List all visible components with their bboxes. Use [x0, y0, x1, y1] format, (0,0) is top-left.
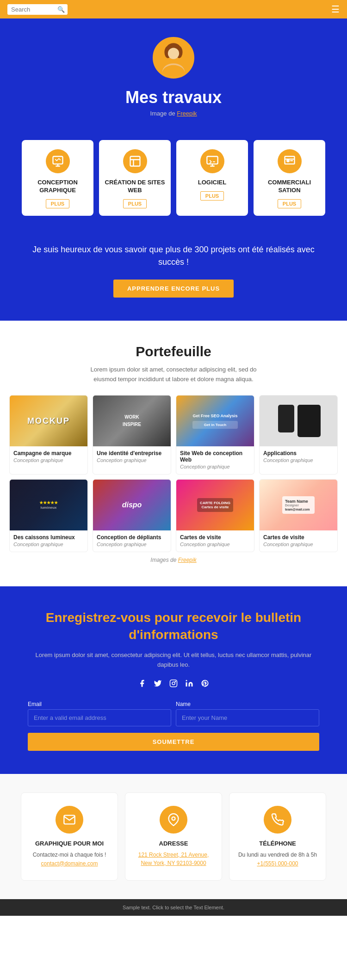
list-item[interactable]: Get Free SEO Analysis Get in Touch Site … — [176, 395, 254, 475]
graphique-icon — [46, 149, 70, 173]
portfolio-item-category: Conception graphique — [13, 457, 84, 463]
hamburger-menu-icon[interactable]: ☰ — [331, 4, 340, 15]
contact-graphique-info: Contactez-moi à chaque fois ! — [29, 851, 110, 859]
portfolio-image: Team Name Designer team@mail.com — [260, 480, 337, 530]
portfolio-item-info: Campagne de marque Conception graphique — [10, 446, 87, 468]
service-title-commercialisation: COMMERCIALI SATION — [259, 179, 320, 195]
portfolio-item-info: Des caissons lumineux Conception graphiq… — [10, 530, 87, 552]
portfolio-item-category: Conception graphique — [13, 542, 84, 547]
svg-rect-10 — [207, 157, 217, 164]
phone-contact-icon — [264, 806, 291, 834]
newsletter-description: Lorem ipsum dolor sit amet, consectetur … — [28, 651, 319, 670]
list-item[interactable]: Applications Conception graphique — [259, 395, 338, 475]
contact-graphique-title: GRAPHIQUE POUR MOI — [29, 840, 110, 847]
portfolio-item-title: Conception de dépliants — [97, 534, 167, 541]
freepik-link[interactable]: Freepik — [177, 110, 197, 117]
list-item[interactable]: WORKINSPIRE Une identité d'entreprise Co… — [93, 395, 171, 475]
social-icons-row — [28, 679, 319, 690]
logiciel-icon — [200, 149, 224, 173]
hero-section: Mes travaux Image de Freepik — [0, 18, 347, 140]
name-label: Name — [176, 701, 319, 707]
service-card-commercialisation: COMMERCIALI SATION PLUS — [254, 140, 325, 216]
portfolio-item-title: Campagne de marque — [13, 450, 84, 457]
header: 🔍 ☰ — [0, 0, 347, 18]
portfolio-item-category: Conception graphique — [263, 542, 334, 547]
instagram-icon[interactable] — [169, 679, 178, 690]
service-card-web: CRÉATION DE SITES WEB PLUS — [99, 140, 171, 216]
contact-address-info: 121 Rock Street, 21 Avenue, New York, NY… — [133, 851, 214, 867]
contact-email-link[interactable]: contact@domaine.com — [41, 860, 98, 867]
newsletter-form-row: Email Name — [28, 701, 319, 726]
linkedin-icon[interactable] — [185, 679, 193, 690]
contact-section: GRAPHIQUE POUR MOI Contactez-moi à chaqu… — [0, 774, 347, 899]
portfolio-item-title: Une identité d'entreprise — [97, 450, 167, 457]
portfolio-image: ★★★★★lumineux — [10, 480, 87, 530]
newsletter-section: Enregistrez-vous pour recevoir le bullet… — [0, 586, 347, 773]
list-item[interactable]: dispo Conception de dépliants Conception… — [93, 479, 171, 552]
portfolio-item-info: Applications Conception graphique — [260, 446, 337, 468]
search-box[interactable]: 🔍 — [7, 4, 68, 15]
email-label: Email — [28, 701, 171, 707]
email-input[interactable] — [28, 709, 171, 726]
service-card-logiciel: LOGICIEL PLUS — [176, 140, 248, 216]
portfolio-title: Portefeuille — [9, 344, 338, 359]
portfolio-item-title: Cartes de visite — [263, 534, 334, 541]
portfolio-item-category: Conception graphique — [180, 464, 250, 469]
list-item[interactable]: ★★★★★lumineux Des caissons lumineux Conc… — [9, 479, 88, 552]
svg-rect-12 — [285, 157, 294, 164]
plus-link-web[interactable]: PLUS — [123, 199, 147, 208]
submit-button[interactable]: SOUMETTRE — [28, 733, 319, 751]
freepik-portfolio-link[interactable]: Freepik — [178, 557, 197, 563]
email-field-container: Email — [28, 701, 171, 726]
portfolio-description: Lorem ipsum dolor sit amet, consectetur … — [81, 365, 266, 384]
list-item[interactable]: MOCKUP Campagne de marque Conception gra… — [9, 395, 88, 475]
promo-section: Je suis heureux de vous savoir que plus … — [0, 234, 347, 321]
portfolio-item-info: Cartes de visite Conception graphique — [260, 530, 337, 552]
svg-point-6 — [168, 48, 179, 59]
portfolio-image — [260, 396, 337, 446]
address-contact-icon — [160, 806, 187, 834]
search-icon: 🔍 — [57, 6, 65, 13]
web-icon — [123, 149, 147, 173]
hero-title: Mes travaux — [9, 88, 338, 107]
portfolio-item-info: Site Web de conception Web Conception gr… — [176, 446, 254, 474]
twitter-icon[interactable] — [154, 679, 162, 690]
portfolio-item-info: Conception de dépliants Conception graph… — [93, 530, 171, 552]
contact-phone-link[interactable]: +1(555) 000-000 — [257, 860, 298, 867]
hero-subtitle: Image de Freepik — [9, 110, 338, 117]
service-title-graphique: CONCEPTION GRAPHIQUE — [27, 179, 88, 195]
portfolio-image: dispo — [93, 480, 171, 530]
portfolio-image: WORKINSPIRE — [93, 396, 171, 446]
contact-address-title: ADRESSE — [133, 840, 214, 847]
promo-button[interactable]: APPRENDRE ENCORE PLUS — [113, 280, 234, 298]
plus-link-commercialisation[interactable]: PLUS — [278, 199, 301, 208]
svg-point-15 — [172, 682, 175, 685]
contact-card-graphique: GRAPHIQUE POUR MOI Contactez-moi à chaqu… — [21, 792, 118, 881]
portfolio-image: Get Free SEO Analysis Get in Touch — [176, 396, 254, 446]
portfolio-item-info: Cartes de visite Conception graphique — [176, 530, 254, 552]
address-line1: 121 Rock Street, 21 Avenue, — [138, 852, 209, 858]
service-title-web: CRÉATION DE SITES WEB — [105, 179, 165, 195]
portfolio-item-title: Des caissons lumineux — [13, 534, 84, 541]
services-section: CONCEPTION GRAPHIQUE PLUS CRÉATION DE SI… — [0, 140, 347, 234]
portfolio-item-info: Une identité d'entreprise Conception gra… — [93, 446, 171, 468]
contact-phone-title: TÉLÉPHONE — [237, 840, 318, 847]
portfolio-credits: Images de Freepik — [9, 557, 338, 563]
contact-card-address: ADRESSE 121 Rock Street, 21 Avenue, New … — [125, 792, 222, 881]
plus-link-logiciel[interactable]: PLUS — [200, 191, 224, 201]
portfolio-item-category: Conception graphique — [97, 542, 167, 547]
search-input[interactable] — [11, 6, 57, 13]
plus-link-graphique[interactable]: PLUS — [46, 199, 69, 208]
portfolio-item-category: Conception graphique — [263, 457, 334, 463]
facebook-icon[interactable] — [138, 679, 146, 690]
footer: Sample text. Click to select the Text El… — [0, 899, 347, 916]
contact-phone-info: Du lundi au vendredi de 8h à 5h — [237, 851, 318, 859]
list-item[interactable]: Team Name Designer team@mail.com Cartes … — [259, 479, 338, 552]
list-item[interactable]: CARTE FOLDING Cartes de visite Cartes de… — [176, 479, 254, 552]
portfolio-item-title: Cartes de visite — [180, 534, 250, 541]
name-input[interactable] — [176, 709, 319, 726]
portfolio-grid: MOCKUP Campagne de marque Conception gra… — [9, 395, 338, 552]
service-title-logiciel: LOGICIEL — [182, 179, 242, 187]
email-contact-icon — [56, 806, 83, 834]
pinterest-icon[interactable] — [201, 679, 209, 690]
